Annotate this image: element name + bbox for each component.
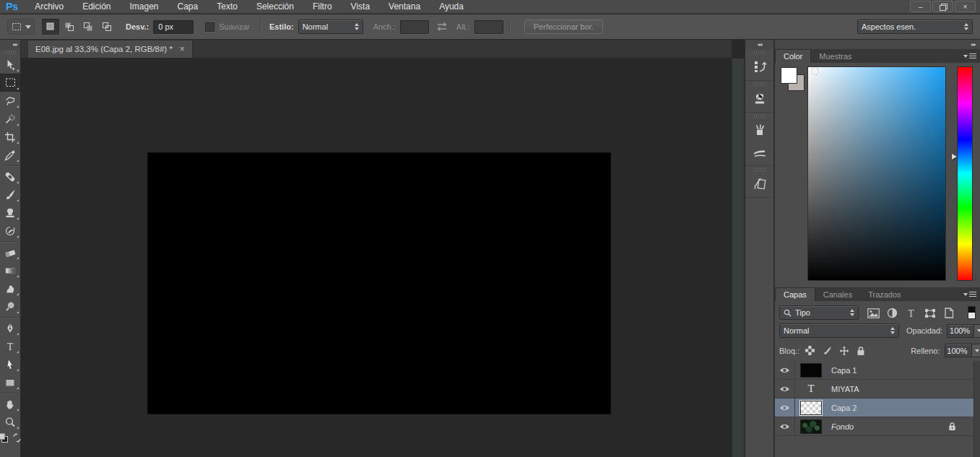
notes-panel-button[interactable] [747,173,772,194]
hand-tool[interactable] [0,395,21,413]
tools-panel-header[interactable]: ▸▸ [0,40,20,49]
menu-imagen[interactable]: Imagen [121,1,168,12]
fill-dropdown-button[interactable] [972,344,980,357]
layer-row-capa1[interactable]: Capa 1 [775,361,974,380]
visibility-toggle[interactable] [775,399,795,417]
foreground-color-swatch[interactable] [781,67,797,84]
menu-seleccion[interactable]: Selección [247,1,303,12]
width-input[interactable] [400,20,429,34]
shape-tool[interactable] [0,373,21,391]
panel-grip[interactable] [753,51,766,54]
tab-capas[interactable]: Capas [775,287,815,301]
clone-stamp-tool[interactable] [0,204,21,222]
layer-row-fondo[interactable]: Fondo [775,417,974,436]
tab-close-icon[interactable]: × [180,44,185,54]
collapsed-dock-header[interactable]: ◂◂ [745,40,773,49]
lock-paint-icon[interactable] [822,346,832,356]
layer-thumbnail[interactable] [800,419,822,434]
fill-value[interactable]: 100% [945,344,972,357]
rectangular-marquee-tool[interactable] [0,74,21,92]
eyedropper-tool[interactable] [0,146,21,164]
layer-thumbnail[interactable] [800,363,822,378]
hue-slider[interactable] [958,67,972,280]
opacity-value[interactable]: 100% [947,324,974,338]
subtract-from-selection-button[interactable] [79,19,97,35]
antialias-checkbox[interactable] [205,22,214,32]
pen-tool[interactable] [0,319,21,337]
visibility-toggle[interactable] [775,361,795,379]
clone-source-panel-button[interactable] [747,87,772,109]
magic-wand-tool[interactable] [0,110,21,128]
shape-filter-button[interactable] [924,307,936,319]
history-panel-button[interactable] [747,56,772,77]
smartobject-filter-button[interactable] [942,307,955,319]
hue-slider-marker[interactable] [952,154,957,160]
visibility-toggle[interactable] [775,417,795,435]
type-tool[interactable]: T [0,337,21,355]
healing-brush-tool[interactable] [0,167,21,186]
panel-grip[interactable] [4,51,17,54]
new-selection-button[interactable] [42,19,59,35]
dodge-tool[interactable] [0,297,21,315]
pixel-filter-button[interactable] [867,307,880,319]
default-colors-icon[interactable] [0,433,8,443]
text-layer-thumbnail[interactable]: T [800,382,822,396]
lasso-tool[interactable] [0,92,21,110]
brush-presets-panel-button[interactable] [747,141,772,162]
layers-panel-menu-button[interactable] [963,287,980,301]
intersect-selection-button[interactable] [98,19,116,35]
color-panel-menu-button[interactable] [963,49,980,63]
menu-filtro[interactable]: Filtro [303,1,342,12]
color-picker-marker[interactable] [812,68,818,74]
opacity-dropdown-button[interactable] [974,324,980,338]
canvas-vertical-scrollbar[interactable] [732,58,745,457]
type-filter-button[interactable]: T [905,307,917,319]
right-dock-header[interactable]: ▸▸ [775,40,980,49]
tab-muestras[interactable]: Muestras [811,49,859,63]
layer-thumbnail[interactable] [800,401,822,415]
smudge-tool[interactable] [0,279,21,297]
history-brush-tool[interactable] [0,222,21,240]
menu-edicion[interactable]: Edición [73,1,120,12]
swap-dimensions-icon[interactable] [435,22,449,32]
document-canvas[interactable] [148,153,610,414]
move-tool[interactable] [0,56,21,74]
path-selection-tool[interactable] [0,355,21,373]
close-button[interactable]: × [955,1,976,12]
canvas-area[interactable] [21,58,732,457]
lock-position-icon[interactable] [839,346,849,356]
panel-grip[interactable] [753,114,766,118]
layer-filter-toggle[interactable] [968,306,976,319]
panel-grip[interactable] [753,82,766,86]
height-input[interactable] [474,20,503,34]
tool-preset-picker[interactable] [7,19,35,35]
menu-capa[interactable]: Capa [168,1,208,12]
adjustment-filter-button[interactable] [886,307,898,319]
menu-texto[interactable]: Texto [207,1,247,12]
eraser-tool[interactable] [0,243,21,261]
crop-tool[interactable] [0,128,21,146]
minimize-button[interactable]: – [910,1,931,12]
document-tab[interactable]: E08.jpg al 33,3% (Capa 2, RGB/8#) * × [27,40,193,58]
add-to-selection-button[interactable] [61,19,78,35]
brush-panel-button[interactable] [747,119,772,141]
lock-transparency-icon[interactable] [805,346,815,355]
menu-ayuda[interactable]: Ayuda [430,1,473,12]
brush-tool[interactable] [0,186,21,204]
menu-archivo[interactable]: Archivo [25,1,73,12]
layer-row-capa2[interactable]: Capa 2 [775,399,974,417]
panel-resize-grip[interactable] [972,274,978,280]
lock-all-icon[interactable] [857,346,865,356]
tab-trazados[interactable]: Trazados [860,287,909,301]
menu-vista[interactable]: Vista [342,1,379,12]
visibility-toggle[interactable] [775,380,795,398]
panel-grip[interactable] [753,167,766,171]
workspace-dropdown[interactable]: Aspectos esen. [857,19,973,34]
layer-filter-dropdown[interactable]: Tipo [779,305,859,320]
menu-ventana[interactable]: Ventana [379,1,430,12]
style-dropdown[interactable]: Normal [298,19,363,34]
zoom-tool[interactable] [0,413,21,431]
gradient-tool[interactable] [0,261,21,279]
refine-edge-button[interactable]: Perfeccionar bor. [524,19,603,34]
saturation-brightness-field[interactable] [808,67,945,280]
